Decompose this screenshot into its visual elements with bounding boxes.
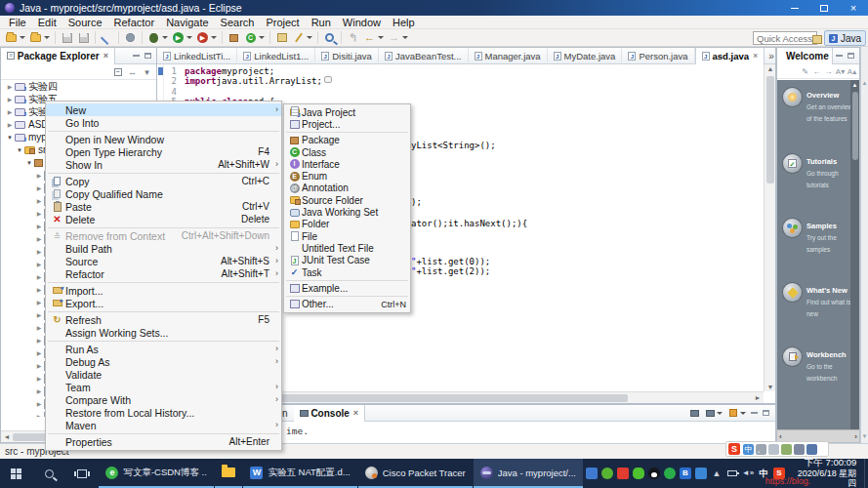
search-button[interactable] xyxy=(322,30,337,45)
menu-item-go-into[interactable]: Go Into xyxy=(46,116,281,129)
menu-item-delete[interactable]: ✕DeleteDelete xyxy=(46,213,281,225)
submenu-item-annotation[interactable]: @Annotation xyxy=(284,183,410,194)
close-icon[interactable]: × xyxy=(103,51,108,61)
menu-item-debug-as[interactable]: Debug As xyxy=(46,355,281,368)
back-button[interactable]: ← xyxy=(811,66,822,77)
debug-button[interactable] xyxy=(146,30,161,45)
coverage-dropdown-icon[interactable] xyxy=(211,36,217,39)
editor-tab[interactable]: JLinkedListTi... xyxy=(157,48,237,64)
debug-dropdown-icon[interactable] xyxy=(162,36,168,39)
mic-icon[interactable] xyxy=(781,444,792,455)
submenu-item-junit-test-case[interactable]: JJUnit Test Case xyxy=(284,255,410,266)
pin-dropdown-icon[interactable] xyxy=(740,412,746,415)
taskbar-app-explorer[interactable] xyxy=(215,459,242,488)
maximize-view-button[interactable] xyxy=(845,51,856,61)
scroll-left-icon[interactable]: ‹ xyxy=(779,432,782,441)
scroll-right-icon[interactable]: ► xyxy=(752,394,764,401)
forward-button[interactable]: → xyxy=(387,30,401,45)
welcome-samples-link[interactable]: SamplesTry out the samples xyxy=(783,219,853,254)
save-button[interactable] xyxy=(60,30,74,45)
submenu-item-other[interactable]: Other...Ctrl+N xyxy=(284,298,410,309)
submenu-item-java-working-set[interactable]: Java Working Set xyxy=(284,206,410,218)
welcome-vscrollbar[interactable]: ▲ xyxy=(850,80,859,429)
welcome-tutorials-link[interactable]: ✓ TutorialsGo through tutorials xyxy=(783,154,853,189)
forward-button[interactable]: → xyxy=(823,66,834,77)
editor-tab[interactable]: JLinkedList1... xyxy=(237,48,315,64)
pin-console-button[interactable] xyxy=(726,407,740,419)
link-with-editor-button[interactable]: ↔ xyxy=(126,66,139,78)
submenu-item-file[interactable]: File xyxy=(284,230,410,242)
menu-project[interactable]: Project xyxy=(260,16,305,29)
taskbar-clock[interactable]: 下午 7:00:09 2020/6/18 星期四 https://blog. xyxy=(787,458,864,488)
menu-edit[interactable]: Edit xyxy=(32,16,62,29)
coverage-button[interactable]: ▶ xyxy=(195,30,210,45)
maximize-view-button[interactable] xyxy=(142,51,153,61)
taskbar-app-eclipse[interactable]: Java - myproject/... xyxy=(474,459,583,488)
reduce-font-button[interactable]: A▾ xyxy=(835,66,846,77)
menu-item-import[interactable]: Import... xyxy=(46,284,281,297)
javadoc-dropdown-icon[interactable] xyxy=(307,36,312,39)
keyboard-icon[interactable] xyxy=(794,444,805,455)
submenu-item-class[interactable]: CClass xyxy=(284,146,410,158)
back-button[interactable]: ← xyxy=(362,30,377,45)
skip-breakpoints-button[interactable] xyxy=(100,30,114,45)
submenu-item-package[interactable]: Package xyxy=(284,135,410,146)
menu-item-paste[interactable]: PasteCtrl+V xyxy=(46,200,281,213)
volume-icon[interactable]: ◄» xyxy=(742,468,754,479)
submenu-item-enum[interactable]: EEnum xyxy=(284,170,410,182)
view-menu-button[interactable]: ▾ xyxy=(141,66,153,78)
menu-item-refactor[interactable]: RefactorAlt+Shift+T xyxy=(46,267,281,280)
submenu-item-folder[interactable]: Folder xyxy=(284,219,410,230)
scroll-down-icon[interactable]: ▼ xyxy=(765,384,776,390)
scroll-up-icon[interactable]: ▲ xyxy=(861,80,868,86)
menu-file[interactable]: File xyxy=(3,16,32,29)
editor-tab[interactable]: JDisiti.java xyxy=(315,48,379,64)
menu-item-new[interactable]: New xyxy=(46,103,281,116)
maximize-console-button[interactable] xyxy=(760,408,771,418)
bluetooth-icon[interactable]: B xyxy=(680,468,691,479)
battery-icon[interactable] xyxy=(726,468,738,479)
new-class-dropdown-icon[interactable] xyxy=(259,36,265,39)
console-tab[interactable]: Console × xyxy=(294,405,366,422)
tray-sync-icon[interactable] xyxy=(664,468,676,479)
menu-window[interactable]: Window xyxy=(337,16,387,29)
last-edit-button[interactable]: ↰ xyxy=(346,30,360,45)
close-button[interactable]: × xyxy=(839,0,868,16)
submenu-item-interface[interactable]: IInterface xyxy=(284,158,410,170)
sogou-input-bar[interactable]: S 中 。 xyxy=(725,441,829,457)
wifi-icon[interactable]: ▲ xyxy=(711,468,723,479)
new-class-button[interactable]: C xyxy=(243,30,258,45)
enlarge-font-button[interactable]: A▴ xyxy=(847,66,857,77)
menu-navigate[interactable]: Navigate xyxy=(160,16,214,29)
menu-item-open-type-hierarchy[interactable]: Open Type HierarchyF4 xyxy=(46,145,281,158)
package-explorer-tab[interactable]: ≡ Package Explorer × xyxy=(1,48,115,64)
submenu-item-source-folder[interactable]: Source Folder xyxy=(284,194,410,206)
scroll-thumb[interactable] xyxy=(852,92,858,160)
tray-360-icon[interactable] xyxy=(601,468,613,479)
ime-mode-icon[interactable]: 中 xyxy=(743,444,754,455)
welcome-overview-link[interactable]: OverviewGet an overview of the features xyxy=(783,88,853,123)
submenu-item-java-project[interactable]: Java Project xyxy=(284,106,410,118)
taskbar-app-wps[interactable]: W 实验五 NAT配置.d... xyxy=(243,459,356,488)
editor-vscrollbar[interactable]: ▲ ▼ xyxy=(764,64,775,391)
open-dropdown-icon[interactable] xyxy=(44,36,50,39)
display-console-button[interactable] xyxy=(703,407,717,419)
menu-run[interactable]: Run xyxy=(306,16,337,29)
run-dropdown-icon[interactable] xyxy=(186,36,192,39)
menu-item-copy[interactable]: CopyCtrl+C xyxy=(46,175,281,187)
scroll-up-icon[interactable]: ▲ xyxy=(765,65,776,72)
editor-tab[interactable]: JJavaBeanTest... xyxy=(379,48,469,64)
menu-help[interactable]: Help xyxy=(387,16,421,29)
menu-source[interactable]: Source xyxy=(62,16,108,29)
tree-item-project[interactable]: ▶ 实验四 xyxy=(1,80,156,93)
open-perspective-button[interactable] xyxy=(809,32,824,47)
toolbox-icon[interactable] xyxy=(806,444,817,455)
menu-item-validate[interactable]: Validate xyxy=(46,368,281,381)
editor-tab[interactable]: JMyDate.java xyxy=(548,48,623,64)
tray-security-shield-icon[interactable] xyxy=(617,468,629,479)
new-wizard-button[interactable] xyxy=(4,30,19,45)
forward-dropdown-icon[interactable] xyxy=(402,36,408,39)
open-jar-button[interactable] xyxy=(274,30,289,45)
editor-tab[interactable]: JManager.java xyxy=(469,48,548,64)
show-desktop-button[interactable] xyxy=(864,459,868,488)
